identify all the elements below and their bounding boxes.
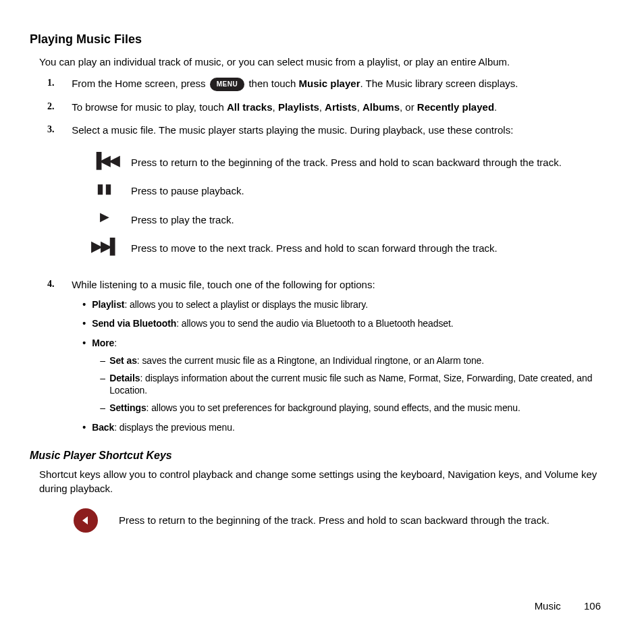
option-name: Set as xyxy=(109,355,137,366)
control-row-previous: ▐◀◀ Press to return to the beginning of … xyxy=(89,151,614,179)
shortcut-table: Press to return to the beginning of the … xyxy=(73,508,570,533)
text: , xyxy=(273,101,278,113)
footer-page-number: 106 xyxy=(584,600,601,612)
nav-left-icon xyxy=(74,508,98,533)
bold-text: Artists xyxy=(325,101,357,113)
svg-marker-0 xyxy=(82,516,88,525)
shortcut-description: Press to return to the beginning of the … xyxy=(118,508,570,533)
option-details: Details: displays information about the … xyxy=(100,372,612,396)
text: , xyxy=(319,101,325,113)
bold-text: All tracks xyxy=(227,101,273,113)
bold-text: Music player xyxy=(299,78,360,89)
step-body: Select a music file. The music player st… xyxy=(72,124,612,137)
step-body: From the Home screen, press MENU then to… xyxy=(72,77,612,91)
step-number: 3. xyxy=(47,124,69,136)
text: . xyxy=(494,101,497,113)
step-number: 2. xyxy=(47,101,69,113)
control-description: Press to play the track. xyxy=(131,208,614,236)
next-track-icon: ▶▶▌ xyxy=(91,239,119,254)
option-desc: : displays information about the current… xyxy=(109,373,592,396)
bold-text: Recently played xyxy=(417,101,494,113)
option-name: Settings xyxy=(109,402,146,413)
menu-button-icon: MENU xyxy=(210,78,244,91)
step-3: 3. Select a music file. The music player… xyxy=(47,124,614,265)
control-row-play: ▶ Press to play the track. xyxy=(89,208,614,236)
option-name: Details xyxy=(109,373,140,383)
option-desc: : displays the previous menu. xyxy=(114,422,234,433)
more-sublist: Set as: saves the current music file as … xyxy=(100,354,612,414)
previous-track-icon: ▐◀◀ xyxy=(91,153,119,168)
pause-icon: ▮▮ xyxy=(97,182,113,195)
step-2: 2. To browse for music to play, touch Al… xyxy=(47,101,614,114)
option-desc: : allows you to send the audio via Bluet… xyxy=(176,318,453,329)
control-row-next: ▶▶▌ Press to move to the next track. Pre… xyxy=(89,236,614,265)
bold-text: Albums xyxy=(363,101,400,113)
option-name: Playlist xyxy=(92,299,124,310)
intro-paragraph: You can play an individual track of musi… xyxy=(39,56,614,68)
option-name: More xyxy=(92,338,114,348)
option-set-as: Set as: saves the current music file as … xyxy=(100,354,612,367)
subsection-heading: Music Player Shortcut Keys xyxy=(30,450,614,462)
page-footer: Music 106 xyxy=(535,600,601,612)
text: , xyxy=(357,101,363,113)
option-playlist: Playlist: allows you to select a playlis… xyxy=(82,298,612,311)
step-body: To browse for music to play, touch All t… xyxy=(72,101,612,114)
playback-controls-table: ▐◀◀ Press to return to the beginning of … xyxy=(89,151,614,265)
option-desc: : xyxy=(114,338,117,348)
option-settings: Settings: allows you to set preferences … xyxy=(100,402,612,414)
option-desc: : allows you to select a playlist or dis… xyxy=(124,299,368,310)
step-body: While listening to a music file, touch o… xyxy=(72,278,612,440)
text: then touch xyxy=(248,78,298,89)
option-desc: : allows you to set preferences for back… xyxy=(146,402,520,413)
step-4: 4. While listening to a music file, touc… xyxy=(47,278,614,440)
option-desc: : saves the current music file as a Ring… xyxy=(137,355,484,366)
section-heading: Playing Music Files xyxy=(30,32,614,47)
option-send-bluetooth: Send via Bluetooth: allows you to send t… xyxy=(82,317,612,329)
bold-text: Playlists xyxy=(278,101,319,113)
option-back: Back: displays the previous menu. xyxy=(82,421,612,433)
text: From the Home screen, press xyxy=(72,78,209,89)
options-list: Playlist: allows you to select a playlis… xyxy=(82,298,612,433)
text: , or xyxy=(400,101,417,113)
play-icon: ▶ xyxy=(100,211,109,223)
text: . The Music library screen displays. xyxy=(360,78,518,89)
control-description: Press to move to the next track. Press a… xyxy=(131,236,614,265)
option-more: More: Set as: saves the current music fi… xyxy=(82,337,612,414)
text: While listening to a music file, touch o… xyxy=(72,279,375,290)
footer-section: Music xyxy=(535,600,561,612)
step-number: 4. xyxy=(47,278,69,291)
text: To browse for music to play, touch xyxy=(72,101,227,113)
control-description: Press to return to the beginning of the … xyxy=(131,151,614,179)
option-name: Back xyxy=(92,422,114,433)
shortcut-intro: Shortcut keys allow you to control playb… xyxy=(39,467,614,495)
control-row-pause: ▮▮ Press to pause playback. xyxy=(89,179,614,207)
step-number: 1. xyxy=(47,77,69,90)
option-name: Send via Bluetooth xyxy=(92,318,176,329)
control-description: Press to pause playback. xyxy=(131,179,614,207)
step-list: 1. From the Home screen, press MENU then… xyxy=(47,77,614,440)
step-1: 1. From the Home screen, press MENU then… xyxy=(47,77,614,91)
shortcut-row-left: Press to return to the beginning of the … xyxy=(73,508,570,533)
